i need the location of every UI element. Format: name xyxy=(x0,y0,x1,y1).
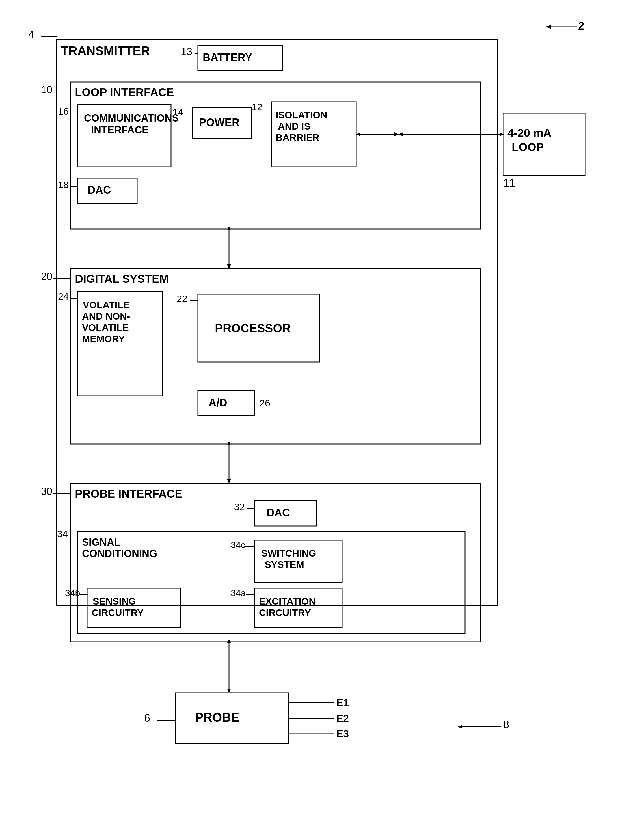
svg-text:SENSING: SENSING xyxy=(93,596,136,607)
svg-rect-24 xyxy=(272,102,356,167)
svg-marker-60 xyxy=(227,441,231,446)
svg-text:13: 13 xyxy=(181,46,192,57)
svg-rect-40 xyxy=(71,269,481,444)
svg-text:CIRCUITRY: CIRCUITRY xyxy=(259,607,311,618)
svg-marker-32 xyxy=(356,132,360,136)
svg-rect-51 xyxy=(198,294,320,362)
svg-text:VOLATILE: VOLATILE xyxy=(83,300,130,310)
svg-rect-106 xyxy=(503,113,585,175)
svg-text:LOOP: LOOP xyxy=(512,141,544,153)
svg-marker-38 xyxy=(227,226,231,230)
svg-rect-20 xyxy=(192,107,251,138)
svg-rect-11 xyxy=(71,82,481,229)
svg-text:LOOP INTERFACE: LOOP INTERFACE xyxy=(75,86,174,98)
svg-text:E1: E1 xyxy=(337,697,349,709)
svg-rect-85 xyxy=(254,588,342,628)
svg-marker-113 xyxy=(500,132,504,136)
svg-text:POWER: POWER xyxy=(199,116,240,128)
svg-text:6: 6 xyxy=(144,712,150,724)
svg-rect-33 xyxy=(78,178,137,203)
svg-marker-112 xyxy=(399,132,403,136)
svg-text:AND NON-: AND NON- xyxy=(82,311,130,321)
svg-text:TRANSMITTER: TRANSMITTER xyxy=(61,44,150,58)
svg-text:20: 20 xyxy=(41,271,52,282)
svg-text:SWITCHING: SWITCHING xyxy=(261,548,317,559)
svg-text:DIGITAL SYSTEM: DIGITAL SYSTEM xyxy=(75,273,169,285)
svg-text:34a: 34a xyxy=(231,588,246,598)
svg-rect-44 xyxy=(78,291,163,396)
svg-text:ISOLATION: ISOLATION xyxy=(276,109,327,120)
svg-rect-93 xyxy=(175,693,289,744)
svg-text:34b: 34b xyxy=(65,588,80,598)
svg-rect-70 xyxy=(78,532,465,633)
svg-text:12: 12 xyxy=(251,101,262,112)
svg-text:11: 11 xyxy=(503,177,515,189)
svg-text:BATTERY: BATTERY xyxy=(203,51,252,63)
svg-marker-61 xyxy=(227,479,231,484)
svg-rect-66 xyxy=(254,500,317,526)
svg-marker-1 xyxy=(546,25,551,29)
svg-text:E2: E2 xyxy=(337,713,349,724)
svg-rect-15 xyxy=(78,105,171,167)
svg-marker-105 xyxy=(458,725,462,729)
svg-text:E3: E3 xyxy=(337,728,349,740)
svg-rect-55 xyxy=(198,390,254,416)
svg-text:SIGNAL: SIGNAL xyxy=(82,536,120,548)
svg-text:30: 30 xyxy=(41,486,52,497)
svg-text:DAC: DAC xyxy=(267,507,290,519)
svg-text:VOLATILE: VOLATILE xyxy=(82,322,129,333)
svg-rect-80 xyxy=(87,588,180,628)
svg-text:CONDITIONING: CONDITIONING xyxy=(82,548,157,559)
svg-rect-5 xyxy=(57,40,498,605)
svg-text:10: 10 xyxy=(41,84,52,96)
svg-text:26: 26 xyxy=(259,397,270,408)
svg-rect-7 xyxy=(198,45,283,71)
svg-text:CIRCUITRY: CIRCUITRY xyxy=(92,607,144,618)
svg-text:AND IS: AND IS xyxy=(278,121,310,132)
svg-marker-39 xyxy=(227,264,231,269)
svg-text:24: 24 xyxy=(58,291,69,302)
svg-rect-75 xyxy=(254,540,342,582)
svg-text:18: 18 xyxy=(58,179,69,190)
svg-text:14: 14 xyxy=(172,107,183,117)
svg-text:SYSTEM: SYSTEM xyxy=(265,559,304,570)
svg-marker-31 xyxy=(394,132,399,136)
svg-text:PROCESSOR: PROCESSOR xyxy=(215,321,291,335)
svg-text:DAC: DAC xyxy=(88,184,111,196)
svg-text:A/D: A/D xyxy=(209,397,227,408)
svg-text:2: 2 xyxy=(578,20,584,32)
svg-text:PROBE: PROBE xyxy=(195,710,239,724)
svg-text:22: 22 xyxy=(177,293,188,304)
svg-text:COMMUNICATIONS: COMMUNICATIONS xyxy=(84,112,178,124)
svg-text:16: 16 xyxy=(58,106,69,116)
svg-text:BARRIER: BARRIER xyxy=(276,132,320,143)
svg-text:34c: 34c xyxy=(231,540,245,550)
svg-text:34: 34 xyxy=(57,528,68,539)
svg-text:PROBE INTERFACE: PROBE INTERFACE xyxy=(75,488,182,500)
svg-text:4: 4 xyxy=(28,29,34,40)
svg-text:8: 8 xyxy=(503,719,509,730)
svg-text:INTERFACE: INTERFACE xyxy=(91,124,149,136)
svg-rect-62 xyxy=(71,484,481,642)
svg-text:EXCITATION: EXCITATION xyxy=(259,596,316,607)
svg-marker-91 xyxy=(227,639,231,643)
svg-text:MEMORY: MEMORY xyxy=(82,334,125,344)
svg-text:4-20 mA: 4-20 mA xyxy=(507,127,552,139)
svg-marker-92 xyxy=(227,689,231,693)
svg-text:32: 32 xyxy=(234,502,245,512)
